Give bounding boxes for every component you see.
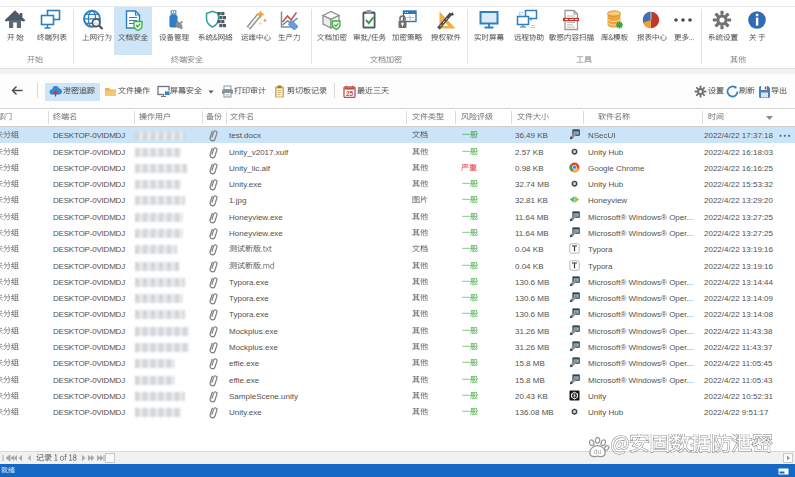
svg-text:du: du xyxy=(594,448,602,455)
svg-text:25: 25 xyxy=(346,90,354,97)
